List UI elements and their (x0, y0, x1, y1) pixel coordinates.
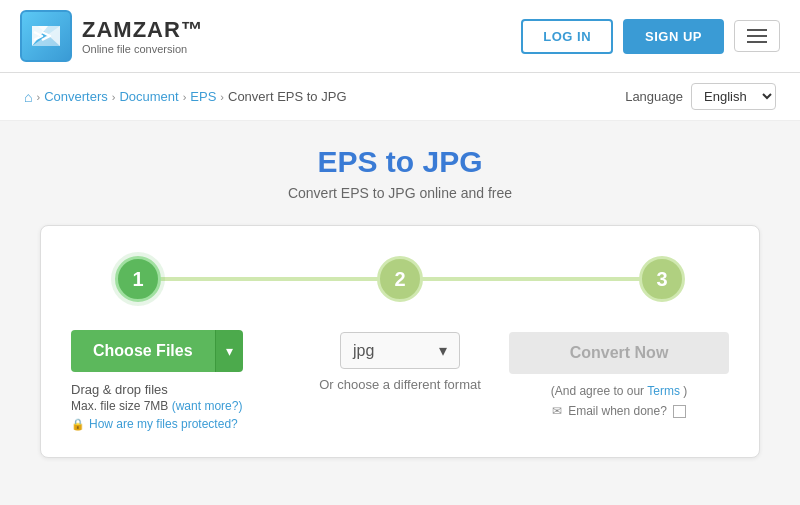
breadcrumb-sep-4: › (220, 91, 224, 103)
protected-text: How are my files protected? (89, 417, 238, 431)
file-protection-link[interactable]: 🔒 How are my files protected? (71, 417, 238, 431)
menu-line-3 (747, 41, 767, 43)
choose-files-button[interactable]: Choose Files (71, 330, 215, 372)
menu-line-2 (747, 35, 767, 37)
menu-line-1 (747, 29, 767, 31)
terms-suffix: ) (683, 384, 687, 398)
logo-area: ZAMZAR™ Online file conversion (20, 10, 204, 62)
hamburger-menu-button[interactable] (734, 20, 780, 52)
format-help-text: Or choose a different format (319, 377, 481, 392)
logo-tagline: Online file conversion (82, 43, 204, 55)
logo-name: ZAMZAR™ (82, 17, 204, 43)
step-3-column: Convert Now (And agree to our Terms ) ✉ … (509, 330, 729, 418)
max-file-text: Max. file size 7MB (want more?) (71, 399, 242, 413)
breadcrumb: ⌂ › Converters › Document › EPS › Conver… (24, 89, 347, 105)
main-content: EPS to JPG Convert EPS to JPG online and… (20, 121, 780, 482)
login-button[interactable]: LOG IN (521, 19, 613, 54)
actions-row: Choose Files ▾ Drag & drop files Max. fi… (71, 330, 729, 431)
breadcrumb-document[interactable]: Document (119, 89, 178, 104)
terms-prefix: (And agree to our (551, 384, 644, 398)
language-label: Language (625, 89, 683, 104)
breadcrumb-converters[interactable]: Converters (44, 89, 108, 104)
header-buttons: LOG IN SIGN UP (521, 19, 780, 54)
converter-card: 1 2 3 Choose Files ▾ Drag & drop f (40, 225, 760, 458)
breadcrumb-sep-3: › (183, 91, 187, 103)
breadcrumb-sep-2: › (112, 91, 116, 103)
breadcrumb-sep-1: › (36, 91, 40, 103)
step-1-number: 1 (132, 268, 143, 291)
header: ZAMZAR™ Online file conversion LOG IN SI… (0, 0, 800, 73)
format-dropdown-arrow-icon: ▾ (439, 341, 447, 360)
email-when-done-label: Email when done? (568, 404, 667, 418)
step-3-circle: 3 (639, 256, 685, 302)
terms-text: (And agree to our Terms ) (551, 384, 688, 398)
terms-link[interactable]: Terms (647, 384, 680, 398)
step-2-number: 2 (394, 268, 405, 291)
drag-drop-text: Drag & drop files (71, 382, 168, 397)
want-more-link[interactable]: (want more?) (172, 399, 243, 413)
email-icon: ✉ (552, 404, 562, 418)
choose-files-dropdown-button[interactable]: ▾ (215, 330, 243, 372)
email-row: ✉ Email when done? (552, 404, 686, 418)
signup-button[interactable]: SIGN UP (623, 19, 724, 54)
breadcrumb-current: Convert EPS to JPG (228, 89, 347, 104)
zamzar-logo-icon (20, 10, 72, 62)
step-line-2 (421, 277, 641, 281)
page-subtitle: Convert EPS to JPG online and free (40, 185, 760, 201)
page-title: EPS to JPG (40, 145, 760, 179)
dropdown-arrow-icon: ▾ (226, 343, 233, 359)
format-select-wrapper[interactable]: jpg ▾ (340, 332, 460, 369)
step-1-column: Choose Files ▾ Drag & drop files Max. fi… (71, 330, 291, 431)
step-3-number: 3 (656, 268, 667, 291)
step-2-column: jpg ▾ Or choose a different format (291, 330, 509, 392)
convert-now-button[interactable]: Convert Now (509, 332, 729, 374)
language-area: Language English French German Spanish (625, 83, 776, 110)
max-file-label: Max. file size 7MB (71, 399, 168, 413)
home-icon[interactable]: ⌂ (24, 89, 32, 105)
breadcrumb-eps[interactable]: EPS (190, 89, 216, 104)
step-2-circle: 2 (377, 256, 423, 302)
choose-files-wrapper: Choose Files ▾ (71, 330, 243, 372)
format-value: jpg (353, 342, 374, 360)
language-select[interactable]: English French German Spanish (691, 83, 776, 110)
lock-icon: 🔒 (71, 418, 85, 431)
email-checkbox[interactable] (673, 405, 686, 418)
steps-progress: 1 2 3 (71, 256, 729, 302)
logo-text: ZAMZAR™ Online file conversion (82, 17, 204, 55)
breadcrumb-bar: ⌂ › Converters › Document › EPS › Conver… (0, 73, 800, 121)
step-line-1 (159, 277, 379, 281)
step-1-circle: 1 (115, 256, 161, 302)
